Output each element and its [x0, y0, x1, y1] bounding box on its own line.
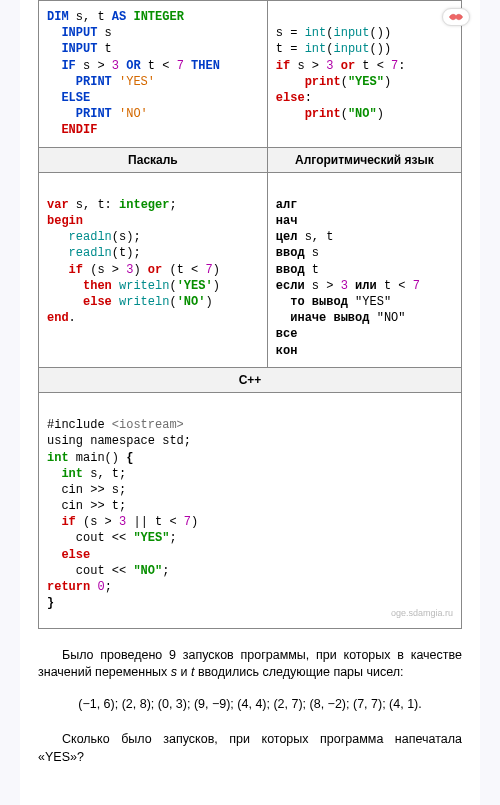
paragraph-1: Было проведено 9 запусков программы, при…	[38, 647, 462, 682]
header-pascal: Паскаль	[39, 147, 268, 172]
code-python: s = int(input()) t = int(input()) if s >…	[267, 1, 461, 148]
code-table: DIM s, t AS INTEGER INPUT s INPUT t IF s…	[38, 0, 462, 629]
paragraph-2: Сколько было запусков, при которых прогр…	[38, 731, 462, 766]
code-cpp: #include <iostream> using namespace std;…	[39, 392, 462, 628]
code-pascal: var s, t: integer; begin readln(s); read…	[39, 172, 268, 367]
header-alg: Алгоритмический язык	[267, 147, 461, 172]
lips-icon	[448, 11, 464, 23]
input-pairs: (−1, 6); (2, 8); (0, 3); (9, −9); (4, 4)…	[38, 696, 462, 714]
header-cpp: С++	[39, 367, 462, 392]
code-basic: DIM s, t AS INTEGER INPUT s INPUT t IF s…	[39, 1, 268, 148]
page: DIM s, t AS INTEGER INPUT s INPUT t IF s…	[20, 0, 480, 805]
watermark: oge.sdamgia.ru	[47, 607, 453, 619]
bookmark-button[interactable]	[442, 8, 470, 26]
code-alg: алг нач цел s, t ввод s ввод t если s > …	[267, 172, 461, 367]
